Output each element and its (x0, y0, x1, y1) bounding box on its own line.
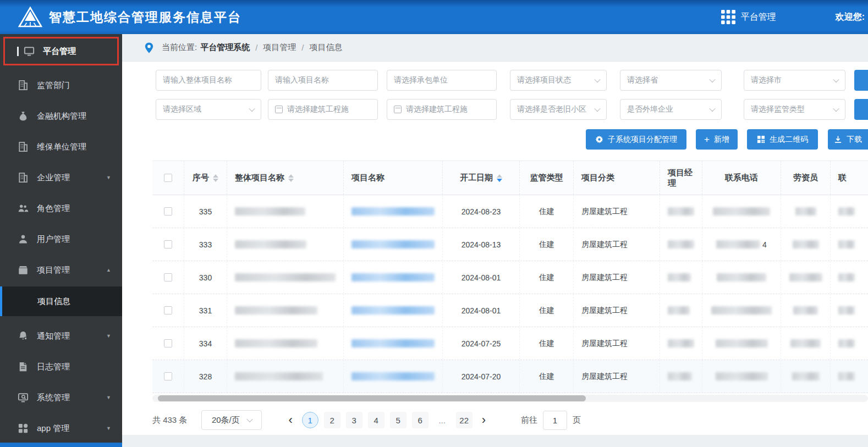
sort-asc-icon[interactable] (288, 174, 294, 178)
page-button-3[interactable]: 3 (346, 412, 362, 428)
sort-icons[interactable] (497, 174, 502, 182)
sidebar-item-folder[interactable]: 项目管理▲ (0, 255, 122, 285)
sidebar-subitem-project-info[interactable]: 项目信息 (0, 286, 122, 316)
horizontal-scrollbar-thumb[interactable] (158, 395, 586, 401)
filter-select-row2-3[interactable]: 请选择是否老旧小区 (510, 99, 607, 120)
filter-select-row2-0[interactable]: 请选择区域 (156, 99, 261, 120)
project-name-link-redacted[interactable] (351, 207, 435, 216)
table-row[interactable]: 3312024-08-01住建房屋建筑工程 (152, 294, 868, 327)
page-button-5[interactable]: 5 (390, 412, 406, 428)
page-button-2[interactable]: 2 (324, 412, 340, 428)
cell-labor (781, 228, 831, 261)
cell-overall_name (227, 261, 344, 294)
sidebar-item-building[interactable]: 监管部门 (0, 70, 122, 101)
project-name-link-redacted[interactable] (351, 306, 435, 314)
date-filter-row2-1[interactable]: 请选择建筑工程施 (268, 99, 378, 120)
sidebar-item-moneybag[interactable]: 金融机构管理 (0, 101, 122, 131)
sort-icons[interactable] (288, 174, 294, 182)
sidebar-item-label: 监管部门 (37, 80, 70, 91)
prev-page-button[interactable]: ‹ (282, 413, 299, 427)
breadcrumb-item-project-mgmt[interactable]: 项目管理 (263, 42, 296, 53)
row-checkbox[interactable] (164, 207, 172, 216)
table-row[interactable]: 3342024-07-25住建房屋建筑工程 (152, 327, 868, 360)
top-nav-platform-label[interactable]: 平台管理 (741, 12, 776, 23)
cell-value: 333 (199, 240, 212, 249)
filter-select-row1-3[interactable]: 请选择项目状态 (510, 70, 607, 91)
row-checkbox[interactable] (164, 372, 172, 380)
row-checkbox[interactable] (164, 273, 172, 282)
sidebar-item-monitor[interactable]: 平台管理 (3, 37, 119, 65)
filter-input-row1-1[interactable]: 请输入项目名称 (268, 70, 378, 91)
col-header-seq[interactable]: 序号 (184, 161, 227, 195)
calendar-icon (394, 106, 402, 113)
project-name-link-redacted[interactable] (351, 339, 435, 347)
cell-start_date: 2024-08-01 (443, 261, 520, 294)
col-header-check[interactable] (152, 161, 184, 195)
apps-grid-icon[interactable] (721, 10, 735, 24)
breadcrumb-item-project-info[interactable]: 项目信息 (310, 42, 343, 53)
page-button-1[interactable]: 1 (302, 412, 318, 428)
building-icon (18, 172, 29, 183)
action-button-3[interactable]: 下载 (828, 129, 868, 150)
project-name-link-redacted[interactable] (351, 372, 435, 380)
search-button-partial[interactable] (854, 99, 868, 120)
breadcrumb-root[interactable]: 平台管理系统 (200, 42, 250, 53)
cell-value: 房屋建筑工程 (581, 207, 628, 217)
sidebar-item-building[interactable]: 企业管理▼ (0, 162, 122, 193)
table-row[interactable]: 3332024-08-13住建房屋建筑工程4 (152, 228, 868, 261)
chevron-down-icon (594, 106, 600, 112)
sidebar-item-document[interactable]: 日志管理 (0, 351, 122, 382)
cell-phone (702, 294, 781, 327)
page-button-22[interactable]: 22 (456, 412, 473, 428)
redacted-text (235, 306, 317, 314)
sort-asc-icon[interactable] (213, 174, 218, 178)
page-button-4[interactable]: 4 (368, 412, 384, 428)
page-button-6[interactable]: 6 (412, 412, 428, 428)
filter-select-row2-5[interactable]: 请选择监管类型 (744, 99, 845, 120)
row-checkbox[interactable] (164, 306, 172, 314)
page-size-select[interactable]: 20条/页 (201, 410, 262, 430)
table-row[interactable]: 3282024-07-20住建房屋建筑工程 (152, 360, 868, 393)
redacted-text (235, 372, 323, 380)
sort-desc-icon[interactable] (213, 179, 218, 182)
col-header-overall_name[interactable]: 整体项目名称 (227, 161, 344, 195)
project-name-link-redacted[interactable] (351, 240, 435, 249)
row-checkbox[interactable] (164, 240, 172, 249)
filter-select-row1-5[interactable]: 请选择市 (744, 70, 845, 91)
sidebar-item-user[interactable]: 用户管理 (0, 224, 122, 255)
sidebar-item-label: 通知管理 (37, 331, 70, 341)
filter-placeholder: 请选择项目状态 (517, 75, 571, 85)
sidebar-item-system[interactable]: 系统管理▼ (0, 382, 122, 413)
action-button-0[interactable]: 子系统项目分配管理 (586, 129, 686, 150)
select-all-checkbox[interactable] (164, 174, 172, 182)
filter-select-row2-4[interactable]: 是否外埠企业 (620, 99, 722, 120)
sort-icons[interactable] (213, 174, 218, 182)
sidebar-item-building[interactable]: 维保单位管理 (0, 131, 122, 162)
sidebar-item-bell[interactable]: 通知管理▼ (0, 321, 122, 351)
cell-labor (781, 195, 831, 228)
filter-input-row1-2[interactable]: 请选择承包单位 (387, 70, 497, 91)
cell-overall_name (227, 294, 344, 327)
search-button-partial[interactable] (854, 70, 868, 91)
filter-select-row1-4[interactable]: 请选择省 (620, 70, 722, 91)
sort-asc-icon[interactable] (497, 174, 502, 178)
table-row[interactable]: 3302024-08-01住建房屋建筑工程 (152, 261, 868, 294)
horizontal-scrollbar[interactable] (152, 395, 868, 402)
filter-input-row1-0[interactable]: 请输入整体项目名称 (156, 70, 261, 91)
next-page-button[interactable]: › (475, 413, 492, 427)
sidebar-item-app-grid[interactable]: app 管理▼ (0, 413, 122, 444)
add-button[interactable]: +新增 (696, 129, 738, 150)
goto-page-input[interactable] (543, 411, 567, 430)
col-header-start_date[interactable]: 开工日期 (443, 161, 520, 195)
row-checkbox[interactable] (164, 339, 172, 347)
sort-desc-icon[interactable] (288, 179, 294, 182)
sidebar-item-label: 项目管理 (37, 265, 70, 275)
sort-desc-icon[interactable] (497, 179, 502, 182)
table-row[interactable]: 3352024-08-23住建房屋建筑工程 (152, 195, 868, 228)
project-name-link-redacted[interactable] (351, 273, 435, 282)
action-button-2[interactable]: 生成二维码 (747, 129, 818, 150)
cell-check (152, 195, 184, 228)
pagination: 共 433 条 20条/页 ‹ 123456...22 › 前往 页 (152, 410, 581, 430)
date-filter-row2-2[interactable]: 请选择建筑工程施 (387, 99, 497, 120)
sidebar-item-people[interactable]: 角色管理 (0, 193, 122, 224)
